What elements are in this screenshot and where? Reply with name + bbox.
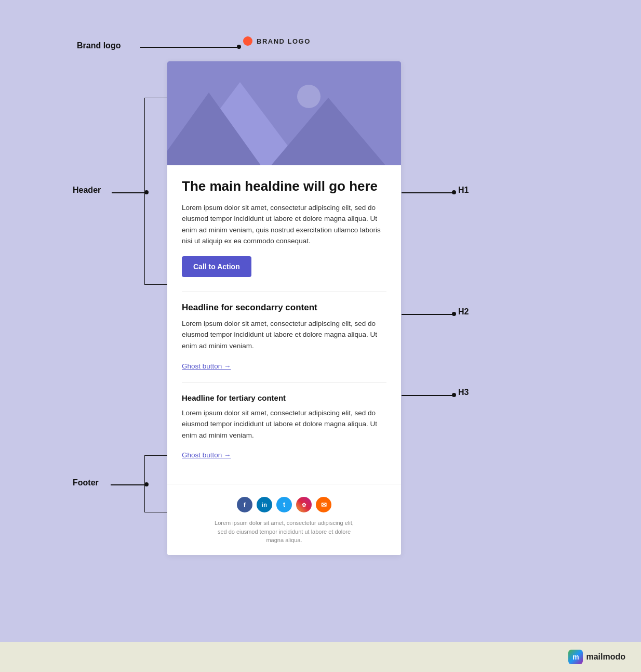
email-body: The main healdine will go here Lorem ips…	[167, 165, 401, 484]
h3-line	[402, 395, 453, 396]
brand-logo-line	[140, 47, 237, 48]
mountain-front-left	[167, 93, 261, 165]
mailmodo-icon: m	[568, 650, 583, 664]
mailmodo-logo: m mailmodo	[568, 650, 625, 664]
email-icon[interactable]: ✉	[316, 497, 331, 512]
brand-logo-area: BRAND LOGO	[243, 36, 311, 46]
brand-logo-circle	[243, 36, 252, 46]
h1-line	[402, 192, 453, 193]
linkedin-icon[interactable]: in	[257, 497, 272, 512]
email-body-paragraph-3: Lorem ipsum dolor sit amet, consectetur …	[182, 407, 386, 441]
brand-logo-annotation: Brand logo	[77, 41, 121, 50]
header-annotation: Header	[73, 186, 101, 195]
page-wrapper: Brand logo BRAND LOGO Header H1 H2 H3 Fo…	[0, 0, 641, 672]
email-body-paragraph-1: Lorem ipsum dolor sit amet, consectetur …	[182, 202, 386, 247]
section-divider-2	[182, 383, 386, 383]
h2-dot	[452, 312, 456, 316]
email-footer: f in t ✿ ✉ Lorem ipsum dolor sit amet, c…	[167, 484, 401, 555]
email-headline-h2: Headline for secondarry content	[182, 302, 386, 313]
email-headline-h3: Headline for tertiary content	[182, 393, 386, 402]
header-dot	[144, 190, 149, 194]
footer-line	[111, 484, 144, 485]
instagram-icon[interactable]: ✿	[296, 497, 312, 512]
email-headline-h1: The main healdine will go here	[182, 178, 386, 195]
twitter-icon[interactable]: t	[276, 497, 292, 512]
footer-annotation: Footer	[73, 478, 99, 487]
section-divider-1	[182, 292, 386, 292]
hero-sun	[297, 85, 320, 108]
facebook-icon[interactable]: f	[237, 497, 252, 512]
h1-dot	[452, 190, 456, 194]
h2-line	[402, 314, 453, 315]
bottom-bar: m mailmodo	[0, 642, 641, 672]
h2-annotation: H2	[458, 307, 469, 317]
header-line	[112, 192, 144, 193]
h1-annotation: H1	[458, 186, 469, 195]
brand-logo-dot-left	[237, 45, 241, 49]
ghost-button-2[interactable]: Ghost button →	[182, 451, 231, 459]
mailmodo-brand-name: mailmodo	[586, 652, 625, 662]
email-card: The main healdine will go here Lorem ips…	[167, 61, 401, 555]
social-icons-row: f in t ✿ ✉	[182, 497, 386, 512]
footer-text: Lorem ipsum dolor sit amet, consectetur …	[211, 519, 357, 545]
h3-dot	[452, 393, 456, 397]
cta-button[interactable]: Call to Action	[182, 256, 251, 277]
h3-annotation: H3	[458, 388, 469, 397]
hero-image	[167, 61, 401, 165]
mountain-front-right	[271, 98, 385, 165]
footer-dot	[144, 482, 149, 486]
email-body-paragraph-2: Lorem ipsum dolor sit amet, consectetur …	[182, 318, 386, 352]
ghost-button-1[interactable]: Ghost button →	[182, 362, 231, 370]
brand-logo-text: BRAND LOGO	[257, 37, 311, 45]
